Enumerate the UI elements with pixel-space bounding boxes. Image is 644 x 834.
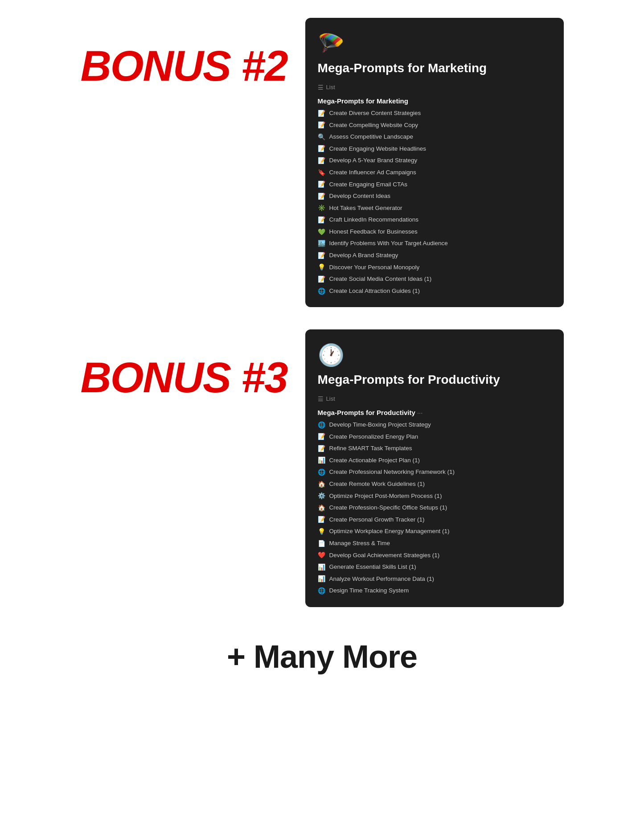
bonus2-label: BONUS #2 bbox=[80, 18, 287, 87]
item-emoji: 📝 bbox=[318, 251, 326, 260]
item-emoji: 📝 bbox=[318, 515, 326, 524]
item-emoji: ❤️ bbox=[318, 551, 326, 560]
item-emoji: 💚 bbox=[318, 228, 326, 237]
item-text: Optimize Project Post-Mortem Process (1) bbox=[329, 492, 442, 501]
footer-section: + Many More bbox=[227, 638, 417, 675]
item-emoji: 📊 bbox=[318, 575, 326, 583]
bonus3-icon: 🕐 bbox=[318, 343, 551, 368]
item-emoji: 📝 bbox=[318, 444, 326, 453]
list-icon2: ☰ bbox=[318, 395, 324, 403]
list-item: 🌐Create Professional Networking Framewor… bbox=[318, 467, 551, 478]
list-item: 💡Discover Your Personal Monopoly bbox=[318, 262, 551, 273]
bonus2-icon: 🪂 bbox=[318, 31, 551, 56]
item-text: Optimize Workplace Energy Management (1) bbox=[329, 527, 450, 536]
item-emoji: 🌐 bbox=[318, 287, 326, 296]
item-emoji: 📝 bbox=[318, 156, 326, 165]
item-text: Analyze Workout Performance Data (1) bbox=[329, 575, 434, 583]
bonus2-section: BONUS #2 🪂 Mega-Prompts for Marketing ☰ … bbox=[55, 18, 590, 307]
item-text: Create Personalized Energy Plan bbox=[329, 433, 418, 441]
item-text: Develop Time-Boxing Project Strategy bbox=[329, 421, 431, 429]
list-item: 📝Create Social Media Content Ideas (1) bbox=[318, 274, 551, 285]
page-wrapper: BONUS #2 🪂 Mega-Prompts for Marketing ☰ … bbox=[0, 0, 644, 702]
item-text: Identify Problems With Your Target Audie… bbox=[329, 239, 448, 248]
item-text: Develop Content Ideas bbox=[329, 192, 390, 201]
list-item: 📝Create Diverse Content Strategies bbox=[318, 108, 551, 119]
item-emoji: 📄 bbox=[318, 539, 326, 548]
list-item: 🌐Design Time Tracking System bbox=[318, 586, 551, 596]
item-text: Develop A Brand Strategy bbox=[329, 251, 398, 260]
item-text: Design Time Tracking System bbox=[329, 587, 409, 595]
item-emoji: 🌐 bbox=[318, 421, 326, 430]
list-item: 📝Create Engaging Website Headlines bbox=[318, 144, 551, 154]
item-text: Discover Your Personal Monopoly bbox=[329, 263, 420, 272]
item-text: Manage Stress & Time bbox=[329, 539, 390, 548]
item-text: Create Social Media Content Ideas (1) bbox=[329, 275, 432, 283]
item-emoji: 📊 bbox=[318, 563, 326, 572]
item-text: Assess Competitive Landscape bbox=[329, 133, 413, 141]
item-text: Develop Goal Achievement Strategies (1) bbox=[329, 551, 440, 560]
list-item: 📄Manage Stress & Time bbox=[318, 538, 551, 549]
list-item: ❤️Develop Goal Achievement Strategies (1… bbox=[318, 550, 551, 561]
list-item: 🌐Develop Time-Boxing Project Strategy bbox=[318, 420, 551, 431]
list-item: 🌐Create Local Attraction Guides (1) bbox=[318, 286, 551, 297]
item-text: Refine SMART Task Templates bbox=[329, 444, 412, 453]
list-item: 📝Create Compelling Website Copy bbox=[318, 120, 551, 131]
bonus3-heading: BONUS #3 bbox=[80, 356, 287, 399]
list-icon: ☰ bbox=[318, 84, 324, 91]
item-text: Create Professional Networking Framework… bbox=[329, 468, 455, 477]
item-emoji: 📝 bbox=[318, 144, 326, 153]
item-emoji: 📝 bbox=[318, 432, 326, 441]
item-text: Create Engaging Website Headlines bbox=[329, 145, 426, 153]
bonus3-list-label: ☰ List bbox=[318, 395, 551, 403]
footer-text: + Many More bbox=[227, 638, 417, 675]
list-item: 📝Craft LinkedIn Recommendations bbox=[318, 215, 551, 226]
item-emoji: ⚙️ bbox=[318, 492, 326, 501]
item-emoji: 🔖 bbox=[318, 168, 326, 177]
item-text: Create Local Attraction Guides (1) bbox=[329, 287, 420, 296]
list-item: 🏙️Identify Problems With Your Target Aud… bbox=[318, 238, 551, 249]
item-text: Honest Feedback for Businesses bbox=[329, 228, 418, 236]
list-item: 📝Develop A 5-Year Brand Strategy bbox=[318, 156, 551, 166]
item-text: Create Diverse Content Strategies bbox=[329, 109, 421, 118]
list-item: 🔖Create Influencer Ad Campaigns bbox=[318, 168, 551, 178]
item-emoji: 📊 bbox=[318, 456, 326, 465]
list-item: 📝Develop Content Ideas bbox=[318, 191, 551, 202]
list-item: 💡Optimize Workplace Energy Management (1… bbox=[318, 526, 551, 537]
item-emoji: 🏠 bbox=[318, 504, 326, 513]
bonus2-card-title: Mega-Prompts for Marketing bbox=[318, 61, 551, 76]
list-item: 📝Create Personalized Energy Plan bbox=[318, 431, 551, 442]
bonus2-items-list: 📝Create Diverse Content Strategies📝Creat… bbox=[318, 108, 551, 297]
bonus3-items-list: 🌐Develop Time-Boxing Project Strategy📝Cr… bbox=[318, 420, 551, 596]
bonus2-list-label: ☰ List bbox=[318, 84, 551, 91]
bonus3-card: 🕐 Mega-Prompts for Productivity ☰ List M… bbox=[305, 329, 564, 607]
item-text: Craft LinkedIn Recommendations bbox=[329, 216, 418, 224]
list-item: ✳️Hot Takes Tweet Generator bbox=[318, 203, 551, 214]
item-text: Create Actionable Project Plan (1) bbox=[329, 456, 420, 465]
item-emoji: 🌐 bbox=[318, 587, 326, 596]
item-text: Create Personal Growth Tracker (1) bbox=[329, 516, 425, 524]
item-text: Develop A 5-Year Brand Strategy bbox=[329, 156, 418, 165]
list-item: 📝Create Engaging Email CTAs bbox=[318, 179, 551, 190]
list-item: 📊Create Actionable Project Plan (1) bbox=[318, 455, 551, 466]
item-emoji: 📝 bbox=[318, 109, 326, 118]
item-text: Generate Essential Skills List (1) bbox=[329, 563, 416, 571]
list-item: ⚙️Optimize Project Post-Mortem Process (… bbox=[318, 491, 551, 501]
bonus3-card-title: Mega-Prompts for Productivity bbox=[318, 372, 551, 387]
item-emoji: 🌐 bbox=[318, 468, 326, 477]
item-emoji: 🏙️ bbox=[318, 239, 326, 248]
item-emoji: 📝 bbox=[318, 180, 326, 189]
list-item: 🔍Assess Competitive Landscape bbox=[318, 132, 551, 143]
list-item: 📊Analyze Workout Performance Data (1) bbox=[318, 574, 551, 584]
list-item: 📊Generate Essential Skills List (1) bbox=[318, 562, 551, 573]
bonus3-label: BONUS #3 bbox=[80, 329, 287, 399]
bonus3-section: BONUS #3 🕐 Mega-Prompts for Productivity… bbox=[55, 329, 590, 607]
bonus2-card: 🪂 Mega-Prompts for Marketing ☰ List Mega… bbox=[305, 18, 564, 307]
item-emoji: 💡 bbox=[318, 263, 326, 272]
list-item: 📝Refine SMART Task Templates bbox=[318, 444, 551, 454]
list-item: 💚Honest Feedback for Businesses bbox=[318, 227, 551, 238]
list-item: 🏠Create Profession-Specific Office Setup… bbox=[318, 503, 551, 514]
item-text: Create Engaging Email CTAs bbox=[329, 181, 407, 189]
bonus2-section-title: Mega-Prompts for Marketing bbox=[318, 97, 551, 105]
item-text: Create Profession-Specific Office Setups… bbox=[329, 504, 447, 512]
item-emoji: 📝 bbox=[318, 275, 326, 284]
